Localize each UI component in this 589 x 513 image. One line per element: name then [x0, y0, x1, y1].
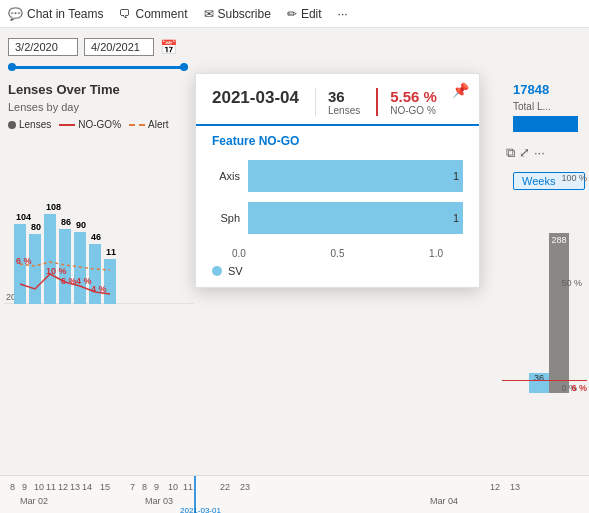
- slider-handle-right[interactable]: [180, 63, 188, 71]
- left-panel-subtitle: Lenses by day: [0, 101, 200, 117]
- pct-label-4-2: 4 %: [91, 284, 107, 294]
- legend-alert: Alert: [129, 119, 169, 130]
- svg-rect-5: [89, 244, 101, 304]
- svg-text:8: 8: [142, 482, 147, 492]
- subscribe-label: Subscribe: [218, 7, 271, 21]
- pct-100: 100 %: [561, 173, 587, 183]
- popup-bar-sph: Sph 1: [212, 202, 463, 234]
- legend-line-nogo: [59, 124, 75, 126]
- subscribe-icon: ✉: [204, 7, 214, 21]
- svg-text:8: 8: [10, 482, 15, 492]
- svg-text:7: 7: [130, 482, 135, 492]
- main-area: 📅 Lenses Over Time Lenses by day Lenses …: [0, 28, 589, 513]
- svg-text:9: 9: [22, 482, 27, 492]
- edit-button[interactable]: ✏ Edit: [287, 7, 322, 21]
- chat-in-teams-button[interactable]: 💬 Chat in Teams: [8, 7, 103, 21]
- svg-text:11: 11: [183, 482, 193, 492]
- date-start-input[interactable]: [8, 38, 78, 56]
- svg-text:2021-03-01: 2021-03-01: [180, 506, 221, 513]
- svg-text:22: 22: [220, 482, 230, 492]
- pct-50: 50 %: [561, 278, 587, 288]
- right-percent-labels: 100 % 50 % 0 %: [561, 173, 587, 393]
- right-red-pct: 6 %: [571, 383, 587, 393]
- popup-date: 2021-03-04: [212, 88, 299, 108]
- edit-label: Edit: [301, 7, 322, 21]
- popup-tooltip: 📌 2021-03-04 36 Lenses 5.56 % NO-GO % Fe…: [195, 73, 480, 288]
- calendar-icon[interactable]: 📅: [160, 39, 177, 55]
- svg-text:15: 15: [100, 482, 110, 492]
- svg-text:Mar 04: Mar 04: [430, 496, 458, 506]
- legend-nogo: NO-GO%: [59, 119, 121, 130]
- toolbar: 💬 Chat in Teams 🗨 Comment ✉ Subscribe ✏ …: [0, 0, 589, 28]
- bar-label-108: 108: [46, 202, 61, 212]
- svg-rect-1: [29, 234, 41, 304]
- svg-text:12: 12: [490, 482, 500, 492]
- legend: Lenses NO-GO% Alert: [0, 117, 200, 134]
- popup-lenses-label: Lenses: [328, 105, 360, 116]
- popup-date-value: 2021-03-04: [212, 88, 299, 108]
- pin-icon[interactable]: 📌: [452, 82, 469, 98]
- edit-icon: ✏: [287, 7, 297, 21]
- legend-lenses-label: Lenses: [19, 119, 51, 130]
- svg-text:Mar 03: Mar 03: [145, 496, 173, 506]
- popup-bar-axis-fill: 1: [248, 160, 463, 192]
- total-value: 17848: [509, 78, 589, 101]
- legend-line-alert: [129, 124, 145, 126]
- filter-bar: 📅: [8, 38, 177, 56]
- svg-text:Mar 02: Mar 02: [20, 496, 48, 506]
- bar-label-11: 11: [106, 247, 116, 257]
- more-button[interactable]: ···: [338, 7, 348, 21]
- popup-nogo-value: 5.56 %: [390, 88, 437, 105]
- comment-label: Comment: [135, 7, 187, 21]
- right-bar-blue: 36: [529, 373, 549, 393]
- copy-icon[interactable]: ⧉: [506, 145, 515, 161]
- popup-feature-title: Feature NO-GO: [196, 126, 479, 152]
- more-options-icon[interactable]: ···: [534, 145, 545, 161]
- svg-rect-6: [104, 259, 116, 304]
- date-slider[interactable]: [8, 66, 188, 69]
- timeline-svg: 8 9 10 11 12 13 14 15 7 8 9 10 11 22 23 …: [0, 476, 589, 513]
- pct-label-6-1: 6 %: [16, 256, 32, 266]
- subscribe-button[interactable]: ✉ Subscribe: [204, 7, 271, 21]
- popup-bar-sph-fill: 1: [248, 202, 463, 234]
- bottom-timeline: 8 9 10 11 12 13 14 15 7 8 9 10 11 22 23 …: [0, 475, 589, 513]
- teal-progress-bar: [513, 116, 578, 132]
- svg-text:23: 23: [240, 482, 250, 492]
- popup-axis-0: 0.0: [232, 248, 246, 259]
- bar-label-86: 86: [61, 217, 71, 227]
- popup-bar-sph-label: Sph: [212, 212, 240, 224]
- left-panel-title: Lenses Over Time: [0, 78, 200, 101]
- svg-text:12: 12: [58, 482, 68, 492]
- right-bar-chart-area: 288 36 100 % 50 % 0 % 6 %: [502, 173, 587, 393]
- legend-nogo-label: NO-GO%: [78, 119, 121, 130]
- bar-chart-svg: [14, 144, 204, 304]
- chat-label: Chat in Teams: [27, 7, 103, 21]
- bar-label-104: 104: [16, 212, 31, 222]
- svg-text:11: 11: [46, 482, 56, 492]
- date-end-input[interactable]: [84, 38, 154, 56]
- svg-rect-2: [44, 214, 56, 304]
- comment-icon: 🗨: [119, 7, 131, 21]
- svg-text:14: 14: [82, 482, 92, 492]
- pct-label-4-1: 4 %: [76, 276, 92, 286]
- slider-handle-left[interactable]: [8, 63, 16, 71]
- pct-label-10: 10 %: [46, 266, 67, 276]
- lenses-bar-chart[interactable]: 200 104 80 108 86 90 46: [4, 144, 194, 324]
- popup-stat-lenses: 36 Lenses: [315, 88, 360, 116]
- chat-icon: 💬: [8, 7, 23, 21]
- popup-bar-sph-track: 1: [248, 202, 463, 234]
- popup-legend-label: SV: [228, 265, 243, 277]
- bar-label-46: 46: [91, 232, 101, 242]
- svg-text:10: 10: [168, 482, 178, 492]
- popup-legend-dot: [212, 266, 222, 276]
- popup-axis-1: 1.0: [429, 248, 443, 259]
- popup-bar-axis-label: Axis: [212, 170, 240, 182]
- right-bar-small-value: 36: [529, 373, 549, 383]
- total-label: Total L...: [509, 101, 589, 112]
- popup-chart-area: Axis 1 Sph 1: [196, 152, 479, 248]
- popup-lenses-value: 36: [328, 88, 360, 105]
- expand-icon[interactable]: ⤢: [519, 145, 530, 161]
- comment-button[interactable]: 🗨 Comment: [119, 7, 187, 21]
- more-label: ···: [338, 7, 348, 21]
- svg-rect-4: [74, 232, 86, 304]
